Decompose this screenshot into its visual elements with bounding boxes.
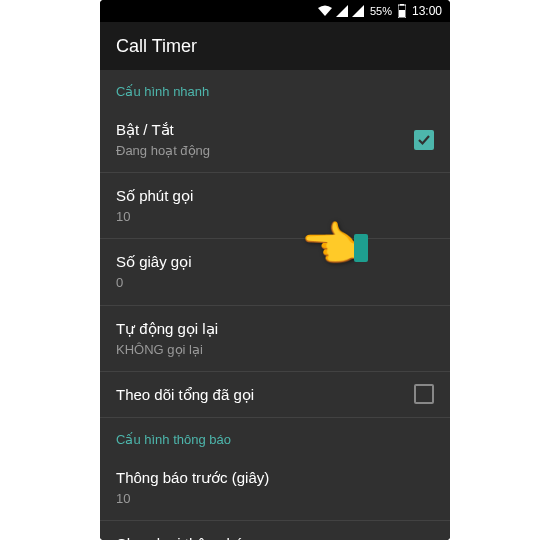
app-header: Call Timer xyxy=(100,22,450,70)
auto-redial-subtitle: KHÔNG gọi lại xyxy=(116,341,434,359)
svg-rect-2 xyxy=(399,10,405,17)
status-bar: 55% 13:00 xyxy=(100,0,450,22)
call-seconds-title: Số giây gọi xyxy=(116,251,434,272)
setting-auto-redial[interactable]: Tự động gọi lại KHÔNG gọi lại xyxy=(100,306,450,372)
setting-track-total[interactable]: Theo dõi tổng đã gọi xyxy=(100,372,450,418)
call-minutes-value: 10 xyxy=(116,208,434,226)
phone-frame: 55% 13:00 Call Timer Cấu hình nhanh Bật … xyxy=(100,0,450,540)
toggle-checkbox[interactable] xyxy=(414,130,434,150)
wifi-icon xyxy=(318,5,332,17)
track-total-title: Theo dõi tổng đã gọi xyxy=(116,384,414,405)
signal-icon-2 xyxy=(352,5,364,17)
page-title: Call Timer xyxy=(116,36,197,57)
clock-time: 13:00 xyxy=(412,4,442,18)
notify-type-title: Chọn loại thông báo xyxy=(116,533,434,540)
setting-toggle-subtitle: Đang hoạt động xyxy=(116,142,414,160)
setting-notify-before[interactable]: Thông báo trước (giây) 10 xyxy=(100,455,450,521)
section-header-notify: Cấu hình thông báo xyxy=(100,418,450,455)
auto-redial-title: Tự động gọi lại xyxy=(116,318,434,339)
setting-notify-type[interactable]: Chọn loại thông báo xyxy=(100,521,450,540)
setting-toggle[interactable]: Bật / Tắt Đang hoạt động xyxy=(100,107,450,173)
call-seconds-value: 0 xyxy=(116,274,434,292)
setting-call-minutes[interactable]: Số phút gọi 10 xyxy=(100,173,450,239)
track-total-checkbox[interactable] xyxy=(414,384,434,404)
call-minutes-title: Số phút gọi xyxy=(116,185,434,206)
notify-before-value: 10 xyxy=(116,490,434,508)
setting-call-seconds[interactable]: Số giây gọi 0 xyxy=(100,239,450,305)
signal-icon xyxy=(336,5,348,17)
battery-percentage: 55% xyxy=(370,5,392,17)
svg-rect-1 xyxy=(400,4,404,6)
battery-icon xyxy=(398,4,406,18)
settings-content[interactable]: Cấu hình nhanh Bật / Tắt Đang hoạt động … xyxy=(100,70,450,540)
notify-before-title: Thông báo trước (giây) xyxy=(116,467,434,488)
section-header-quick: Cấu hình nhanh xyxy=(100,70,450,107)
setting-toggle-title: Bật / Tắt xyxy=(116,119,414,140)
